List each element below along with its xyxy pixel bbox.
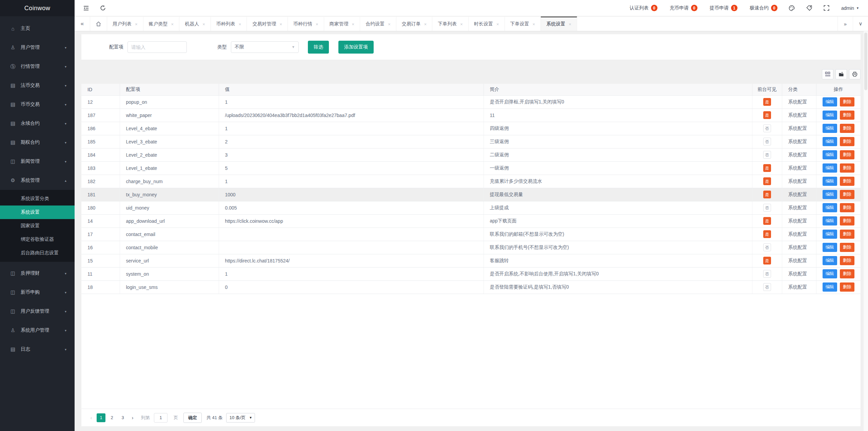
sidebar-item[interactable]: ▤ 法币交易 ▾	[0, 76, 75, 95]
page-number[interactable]: 1	[97, 413, 105, 422]
jump-page-input[interactable]	[154, 413, 167, 423]
tab[interactable]: 币种行情 ×	[288, 17, 324, 31]
refresh-icon[interactable]	[100, 5, 106, 11]
delete-button[interactable]: 删除	[840, 230, 854, 239]
sidebar-subitem[interactable]: 绑定谷歌验证器	[0, 233, 75, 246]
close-icon[interactable]: ×	[460, 22, 463, 27]
delete-button[interactable]: 删除	[840, 177, 854, 186]
close-icon[interactable]: ×	[202, 22, 205, 27]
add-config-button[interactable]: 添加设置项	[338, 41, 374, 54]
delete-button[interactable]: 删除	[840, 190, 854, 199]
close-icon[interactable]: ×	[279, 22, 282, 27]
tab[interactable]: 系统设置 ×	[541, 17, 577, 31]
user-menu[interactable]: admin ▼	[841, 5, 859, 11]
delete-button[interactable]: 删除	[840, 111, 854, 120]
edit-button[interactable]: 编辑	[823, 97, 837, 106]
tab[interactable]: 币种列表 ×	[211, 17, 247, 31]
tab[interactable]: 商家管理 ×	[324, 17, 360, 31]
sidebar-item[interactable]: ⌂ 主页	[0, 19, 75, 38]
sidebar-item[interactable]: ♙ 用户管理 ▾	[0, 38, 75, 57]
edit-button[interactable]: 编辑	[823, 230, 837, 239]
edit-button[interactable]: 编辑	[823, 150, 837, 159]
sidebar-subitem[interactable]: 后台路由日志设置	[0, 246, 75, 260]
page-number[interactable]: 3	[118, 413, 127, 422]
config-input[interactable]	[127, 41, 187, 53]
close-icon[interactable]: ×	[424, 22, 427, 27]
delete-button[interactable]: 删除	[840, 137, 854, 146]
sidebar-item[interactable]: ▤ 日志 ▾	[0, 340, 75, 359]
fullscreen-icon[interactable]	[823, 5, 830, 11]
sidebar-item[interactable]: ◫ 用户反馈管理 ▾	[0, 302, 75, 321]
delete-button[interactable]: 删除	[840, 256, 854, 265]
edit-button[interactable]: 编辑	[823, 216, 837, 226]
header-shortcut[interactable]: 充币申请 0	[670, 5, 697, 11]
page-number[interactable]: 2	[107, 413, 116, 422]
sidebar-item[interactable]: ▤ 期权合约 ▾	[0, 133, 75, 152]
delete-button[interactable]: 删除	[840, 163, 854, 173]
scrollbar-thumb[interactable]	[864, 33, 867, 90]
next-page-icon[interactable]: ›	[128, 415, 137, 420]
home-tab[interactable]	[90, 17, 107, 31]
close-icon[interactable]: ×	[239, 22, 241, 27]
header-shortcut[interactable]: 极速合约 0	[750, 5, 777, 11]
edit-button[interactable]: 编辑	[823, 190, 837, 199]
close-icon[interactable]: ×	[352, 22, 355, 27]
header-shortcut[interactable]: 提币申请 1	[710, 5, 737, 11]
delete-button[interactable]: 删除	[840, 216, 854, 226]
header-shortcut[interactable]: 认证列表 0	[630, 5, 657, 11]
close-icon[interactable]: ×	[533, 22, 535, 27]
edit-button[interactable]: 编辑	[823, 137, 837, 146]
edit-button[interactable]: 编辑	[823, 243, 837, 252]
tabs-scroll-left-icon[interactable]: «	[75, 17, 90, 31]
edit-button[interactable]: 编辑	[823, 124, 837, 133]
edit-button[interactable]: 编辑	[823, 203, 837, 212]
columns-icon[interactable]	[822, 69, 833, 79]
tab[interactable]: 合约设置 ×	[360, 17, 396, 31]
tab[interactable]: 用户列表 ×	[107, 17, 143, 31]
delete-button[interactable]: 删除	[840, 243, 854, 252]
prev-page-icon[interactable]: ‹	[87, 415, 96, 420]
print-icon[interactable]	[849, 69, 861, 79]
page-size-select[interactable]: 10 条/页 ▾	[226, 413, 255, 423]
tab[interactable]: 账户类型 ×	[143, 17, 180, 31]
tag-icon[interactable]	[806, 5, 812, 11]
close-icon[interactable]: ×	[496, 22, 499, 27]
edit-button[interactable]: 编辑	[823, 256, 837, 265]
tab[interactable]: 交易订单 ×	[396, 17, 433, 31]
export-icon[interactable]	[835, 69, 847, 79]
sidebar-subitem[interactable]: 系统设置分类	[0, 192, 75, 205]
close-icon[interactable]: ×	[388, 22, 391, 27]
sidebar-item[interactable]: Ⓢ 行情管理 ▾	[0, 57, 75, 76]
type-select[interactable]: 不限 ▼	[231, 41, 299, 53]
delete-button[interactable]: 删除	[840, 269, 854, 278]
tab[interactable]: 机器人 ×	[179, 17, 211, 31]
sidebar-item[interactable]: ◫ 新币申购 ▾	[0, 283, 75, 302]
tab[interactable]: 交易对管理 ×	[247, 17, 288, 31]
delete-button[interactable]: 删除	[840, 150, 854, 159]
tab[interactable]: 下单设置 ×	[505, 17, 541, 31]
edit-button[interactable]: 编辑	[823, 282, 837, 292]
delete-button[interactable]: 删除	[840, 203, 854, 212]
edit-button[interactable]: 编辑	[823, 163, 837, 173]
close-icon[interactable]: ×	[171, 22, 174, 27]
tabs-dropdown-icon[interactable]: ∨	[853, 17, 868, 31]
search-button[interactable]: 筛选	[308, 41, 329, 54]
edit-button[interactable]: 编辑	[823, 111, 837, 120]
menu-fold-icon[interactable]	[83, 5, 90, 12]
close-icon[interactable]: ×	[316, 22, 318, 27]
sidebar-item[interactable]: ▤ 币币交易 ▾	[0, 95, 75, 114]
sidebar-item[interactable]: ⚙ 系统管理 ▴	[0, 171, 75, 190]
delete-button[interactable]: 删除	[840, 124, 854, 133]
sidebar-subitem[interactable]: 系统设置	[0, 205, 75, 219]
close-icon[interactable]: ×	[569, 22, 571, 27]
tab[interactable]: 时长设置 ×	[469, 17, 505, 31]
sidebar-subitem[interactable]: 国家设置	[0, 219, 75, 233]
close-icon[interactable]: ×	[135, 22, 138, 27]
tabs-scroll-right-icon[interactable]: »	[837, 17, 853, 31]
delete-button[interactable]: 删除	[840, 97, 854, 106]
sidebar-item[interactable]: ◫ 新闻管理 ▾	[0, 152, 75, 171]
palette-icon[interactable]	[788, 5, 795, 12]
delete-button[interactable]: 删除	[840, 282, 854, 292]
edit-button[interactable]: 编辑	[823, 269, 837, 278]
sidebar-item[interactable]: ♙ 系统用户管理 ▾	[0, 321, 75, 340]
